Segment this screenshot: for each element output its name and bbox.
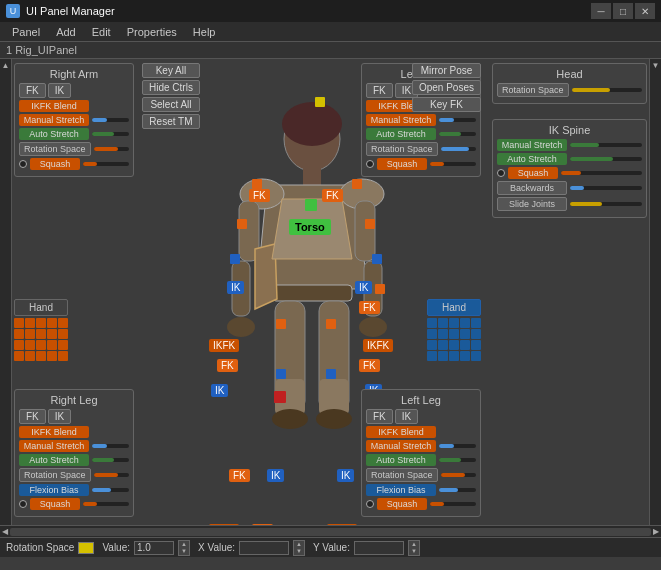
lhand-sq-8[interactable]: [449, 329, 459, 339]
right-arm-manual-stretch-slider[interactable]: [92, 118, 129, 122]
right-leg-flexion-bias-slider[interactable]: [92, 488, 129, 492]
scroll-right[interactable]: ▼: [649, 59, 661, 525]
hand-sq-19[interactable]: [47, 351, 57, 361]
left-arm-squash-slider[interactable]: [430, 162, 476, 166]
right-arm-auto-stretch-slider[interactable]: [92, 132, 129, 136]
hand-sq-2[interactable]: [25, 318, 35, 328]
reset-tm-btn[interactable]: Reset TM: [142, 114, 200, 129]
left-arm-manual-stretch-label[interactable]: Manual Stretch: [366, 114, 436, 126]
status-value-spin-up[interactable]: ▲: [179, 541, 189, 548]
ik-spine-slide-joints-label[interactable]: Slide Joints: [497, 197, 567, 211]
status-x-value-input[interactable]: [239, 541, 289, 555]
left-arm-auto-stretch-slider[interactable]: [439, 132, 476, 136]
left-leg-ik-btn[interactable]: IK: [395, 409, 418, 424]
hand-sq-8[interactable]: [36, 329, 46, 339]
right-upper-arm-ctrl[interactable]: [237, 219, 247, 229]
right-arm-rotation-space-label[interactable]: Rotation Space: [19, 142, 91, 156]
right-shoulder-ctrl[interactable]: [252, 179, 262, 189]
scroll-right-arrow[interactable]: ▶: [653, 527, 659, 536]
menu-edit[interactable]: Edit: [84, 22, 119, 41]
right-arm-squash-radio[interactable]: [19, 160, 27, 168]
scroll-left-arrow[interactable]: ◀: [2, 527, 8, 536]
right-leg-squash-slider[interactable]: [83, 502, 129, 506]
scroll-up-arrow[interactable]: ▲: [2, 61, 10, 70]
right-leg-ikfk-label[interactable]: IKFK Blend: [19, 426, 89, 438]
char-ikfk-label-lower-right[interactable]: IKFK: [327, 524, 357, 525]
hand-sq-5[interactable]: [58, 318, 68, 328]
status-x-spinner[interactable]: ▲ ▼: [293, 540, 305, 556]
left-arm-auto-stretch-label[interactable]: Auto Stretch: [366, 128, 436, 140]
left-upper-arm-ctrl[interactable]: [365, 219, 375, 229]
right-leg-manual-stretch-label[interactable]: Manual Stretch: [19, 440, 89, 452]
lhand-sq-15[interactable]: [471, 340, 481, 350]
right-leg-rotation-space-label[interactable]: Rotation Space: [19, 468, 91, 482]
hand-sq-18[interactable]: [36, 351, 46, 361]
hip-ctrl-right[interactable]: [326, 319, 336, 329]
head-rotation-space-slider[interactable]: [572, 88, 642, 92]
right-leg-fk-btn[interactable]: FK: [19, 409, 46, 424]
hand-sq-3[interactable]: [36, 318, 46, 328]
right-arm-ik-btn[interactable]: IK: [48, 83, 71, 98]
ik-spine-backwards-slider[interactable]: [570, 186, 642, 190]
key-all-btn[interactable]: Key All: [142, 63, 200, 78]
status-x-spin-up[interactable]: ▲: [294, 541, 304, 548]
left-leg-manual-stretch-slider[interactable]: [439, 444, 476, 448]
right-arm-fk-btn[interactable]: FK: [19, 83, 46, 98]
char-ik-label-1[interactable]: IK: [355, 281, 372, 294]
status-value-spin-down[interactable]: ▼: [179, 548, 189, 555]
lhand-sq-16[interactable]: [427, 351, 437, 361]
lhand-sq-10[interactable]: [471, 329, 481, 339]
lhand-sq-17[interactable]: [438, 351, 448, 361]
char-fk-label-5[interactable]: FK: [217, 359, 238, 372]
status-x-spin-down[interactable]: ▼: [294, 548, 304, 555]
hand-sq-16[interactable]: [14, 351, 24, 361]
hand-sq-17[interactable]: [25, 351, 35, 361]
close-button[interactable]: ✕: [635, 3, 655, 19]
scroll-h-track[interactable]: [10, 528, 651, 536]
ik-spine-squash-label[interactable]: Squash: [508, 167, 558, 179]
left-leg-ikfk-label[interactable]: IKFK Blend: [366, 426, 436, 438]
left-arm-squash-label[interactable]: Squash: [377, 158, 427, 170]
lhand-sq-1[interactable]: [427, 318, 437, 328]
left-leg-manual-stretch-label[interactable]: Manual Stretch: [366, 440, 436, 452]
left-arm-manual-stretch-slider[interactable]: [439, 118, 476, 122]
right-arm-rotation-space-slider[interactable]: [94, 147, 129, 151]
menu-help[interactable]: Help: [185, 22, 224, 41]
hand-sq-13[interactable]: [36, 340, 46, 350]
status-y-spin-down[interactable]: ▼: [409, 548, 419, 555]
char-fk-label-2[interactable]: FK: [359, 301, 380, 314]
lhand-sq-13[interactable]: [449, 340, 459, 350]
hand-sq-9[interactable]: [47, 329, 57, 339]
left-leg-rotation-space-slider[interactable]: [441, 473, 476, 477]
lhand-sq-5[interactable]: [471, 318, 481, 328]
left-leg-flexion-bias-label[interactable]: Flexion Bias: [366, 484, 436, 496]
char-ikfk-label-lower-left[interactable]: IKFK: [209, 524, 239, 525]
char-ik-mid-right[interactable]: IK: [337, 469, 354, 482]
char-fk-mid-left[interactable]: FK: [229, 469, 250, 482]
lhand-sq-7[interactable]: [438, 329, 448, 339]
right-leg-auto-stretch-label[interactable]: Auto Stretch: [19, 454, 89, 466]
char-fk-label-3[interactable]: FK: [359, 359, 380, 372]
hip-ctrl-left[interactable]: [276, 319, 286, 329]
hand-sq-10[interactable]: [58, 329, 68, 339]
status-value-input[interactable]: [134, 541, 174, 555]
right-arm-manual-stretch-label[interactable]: Manual Stretch: [19, 114, 89, 126]
menu-properties[interactable]: Properties: [119, 22, 185, 41]
scroll-down-arrow[interactable]: ▼: [652, 61, 660, 70]
ik-spine-manual-stretch-slider[interactable]: [570, 143, 642, 147]
right-leg-ik-btn[interactable]: IK: [48, 409, 71, 424]
lhand-sq-12[interactable]: [438, 340, 448, 350]
left-leg-rotation-space-label[interactable]: Rotation Space: [366, 468, 438, 482]
lhand-sq-20[interactable]: [471, 351, 481, 361]
right-leg-manual-stretch-slider[interactable]: [92, 444, 129, 448]
hand-sq-15[interactable]: [58, 340, 68, 350]
left-elbow-ctrl[interactable]: [372, 254, 382, 264]
status-y-spinner[interactable]: ▲ ▼: [408, 540, 420, 556]
lhand-sq-19[interactable]: [460, 351, 470, 361]
left-arm-rotation-space-slider[interactable]: [441, 147, 476, 151]
maximize-button[interactable]: □: [613, 3, 633, 19]
hand-sq-4[interactable]: [47, 318, 57, 328]
right-knee-ctrl[interactable]: [276, 369, 286, 379]
right-arm-squash-label[interactable]: Squash: [30, 158, 80, 170]
left-arm-squash-radio[interactable]: [366, 160, 374, 168]
